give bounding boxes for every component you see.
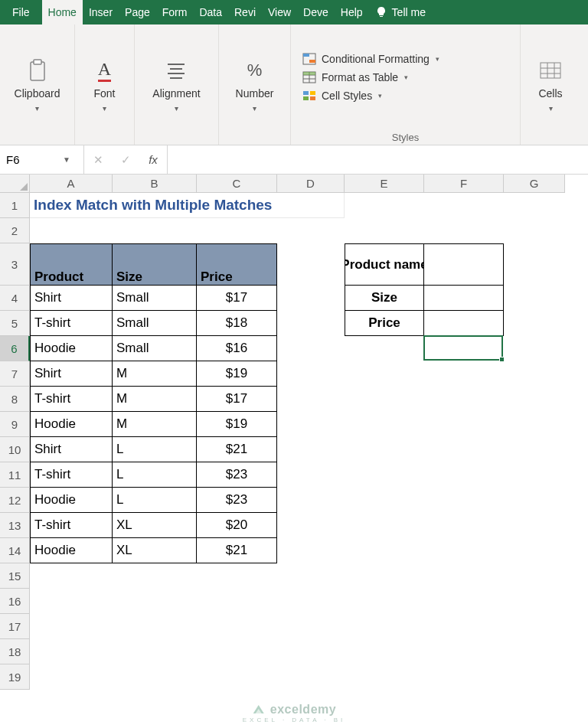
table-header-size[interactable]: Size <box>113 243 197 286</box>
row-header-17[interactable]: 17 <box>0 614 30 639</box>
row-header-13[interactable]: 13 <box>0 513 30 538</box>
cell-size-12[interactable]: L <box>113 488 197 513</box>
row-header-5[interactable]: 5 <box>0 311 30 336</box>
select-all-corner[interactable] <box>0 175 30 193</box>
row-header-12[interactable]: 12 <box>0 488 30 513</box>
tab-help[interactable]: Help <box>335 0 369 24</box>
tab-developer[interactable]: Deve <box>297 0 335 24</box>
row-header-19[interactable]: 19 <box>0 664 30 690</box>
cell-size-13[interactable]: XL <box>113 513 197 538</box>
cell-price-13[interactable]: $20 <box>197 513 277 538</box>
cell-product-12[interactable]: Hoodie <box>30 488 113 513</box>
col-header-F[interactable]: F <box>424 175 504 193</box>
conditional-formatting-button[interactable]: Conditional Formatting▾ <box>299 51 512 67</box>
cell-price-14[interactable]: $21 <box>197 538 277 563</box>
col-header-E[interactable]: E <box>345 175 424 193</box>
col-header-D[interactable]: D <box>277 175 345 193</box>
row-header-7[interactable]: 7 <box>0 361 30 387</box>
cell-size-4[interactable]: Small <box>113 286 197 311</box>
row-header-16[interactable]: 16 <box>0 589 30 614</box>
row-header-14[interactable]: 14 <box>0 538 30 563</box>
tab-formulas[interactable]: Form <box>156 0 194 24</box>
formula-input[interactable] <box>168 145 588 174</box>
row-header-18[interactable]: 18 <box>0 639 30 664</box>
cell-price-11[interactable]: $23 <box>197 462 277 488</box>
row-header-4[interactable]: 4 <box>0 286 30 311</box>
table-header-product[interactable]: Product <box>30 243 113 286</box>
cell-size-8[interactable]: M <box>113 387 197 412</box>
cell-product-10[interactable]: Shirt <box>30 437 113 462</box>
cell-size-10[interactable]: L <box>113 437 197 462</box>
cell-product-7[interactable]: Shirt <box>30 361 113 387</box>
number-button[interactable]: % Number ▾ <box>227 54 283 116</box>
cell-size-14[interactable]: XL <box>113 538 197 563</box>
row-header-3[interactable]: 3 <box>0 243 30 286</box>
col-header-A[interactable]: A <box>30 175 113 193</box>
cancel-formula-button[interactable]: ✕ <box>84 145 112 174</box>
lookup-label-productname[interactable]: Product name <box>345 243 424 286</box>
tab-data[interactable]: Data <box>193 0 228 24</box>
cell-styles-label: Cell Styles <box>322 90 372 102</box>
cell-product-8[interactable]: T-shirt <box>30 387 113 412</box>
cell-size-5[interactable]: Small <box>113 311 197 336</box>
alignment-button[interactable]: Alignment ▾ <box>143 54 209 116</box>
enter-formula-button[interactable]: ✓ <box>112 145 139 174</box>
col-header-B[interactable]: B <box>113 175 197 193</box>
tell-me[interactable]: Tell me <box>369 0 432 24</box>
row-header-15[interactable]: 15 <box>0 563 30 589</box>
name-box-input[interactable] <box>0 153 57 166</box>
lookup-value-size[interactable] <box>424 286 504 311</box>
font-button[interactable]: A Font ▾ <box>82 54 128 116</box>
col-header-C[interactable]: C <box>197 175 277 193</box>
row-header-2[interactable]: 2 <box>0 218 30 243</box>
cell-size-7[interactable]: M <box>113 361 197 387</box>
tab-file[interactable]: File <box>0 0 42 24</box>
tab-page[interactable]: Page <box>119 0 156 24</box>
cell-product-5[interactable]: T-shirt <box>30 311 113 336</box>
cell-price-7[interactable]: $19 <box>197 361 277 387</box>
lookup-label-price[interactable]: Price <box>345 311 424 336</box>
row-header-8[interactable]: 8 <box>0 387 30 412</box>
cell-price-4[interactable]: $17 <box>197 286 277 311</box>
row-header-6[interactable]: 6 <box>0 336 30 361</box>
cell-price-5[interactable]: $18 <box>197 311 277 336</box>
sheet-title[interactable]: Index Match with Multiple Matches <box>30 193 345 218</box>
cell-size-11[interactable]: L <box>113 462 197 488</box>
clipboard-button[interactable]: Clipboard ▾ <box>5 54 70 116</box>
cell-product-9[interactable]: Hoodie <box>30 412 113 437</box>
lookup-value-productname[interactable] <box>424 243 504 286</box>
cell-size-9[interactable]: M <box>113 412 197 437</box>
cell-price-6[interactable]: $16 <box>197 336 277 361</box>
cell-price-10[interactable]: $21 <box>197 437 277 462</box>
cell-product-11[interactable]: T-shirt <box>30 462 113 488</box>
cells-button[interactable]: Cells ▾ <box>528 54 573 116</box>
name-box[interactable]: ▼ <box>0 145 84 174</box>
tab-insert[interactable]: Inser <box>83 0 119 24</box>
cell-selection <box>423 335 503 361</box>
row-header-10[interactable]: 10 <box>0 437 30 462</box>
cell-size-6[interactable]: Small <box>113 336 197 361</box>
fill-handle[interactable] <box>499 357 505 362</box>
cell-price-8[interactable]: $17 <box>197 387 277 412</box>
cell-product-14[interactable]: Hoodie <box>30 538 113 563</box>
tab-review[interactable]: Revi <box>228 0 262 24</box>
row-header-11[interactable]: 11 <box>0 462 30 488</box>
cell-product-13[interactable]: T-shirt <box>30 513 113 538</box>
cell-price-9[interactable]: $19 <box>197 412 277 437</box>
table-header-price[interactable]: Price <box>197 243 277 286</box>
format-as-table-button[interactable]: Format as Table▾ <box>299 70 512 85</box>
cell-product-6[interactable]: Hoodie <box>30 336 113 361</box>
cell-styles-button[interactable]: Cell Styles▾ <box>299 88 512 103</box>
insert-function-button[interactable]: fx <box>139 145 167 174</box>
lookup-value-price[interactable] <box>424 311 504 336</box>
row-header-1[interactable]: 1 <box>0 193 30 218</box>
col-header-G[interactable]: G <box>504 175 565 193</box>
ribbon-tabs: File Home Inser Page Form Data Revi View… <box>0 0 588 24</box>
cell-product-4[interactable]: Shirt <box>30 286 113 311</box>
tab-view[interactable]: View <box>262 0 297 24</box>
tab-home[interactable]: Home <box>42 0 83 24</box>
row-header-9[interactable]: 9 <box>0 412 30 437</box>
lookup-label-size[interactable]: Size <box>345 286 424 311</box>
cell-price-12[interactable]: $23 <box>197 488 277 513</box>
name-box-dropdown[interactable]: ▼ <box>57 155 76 164</box>
